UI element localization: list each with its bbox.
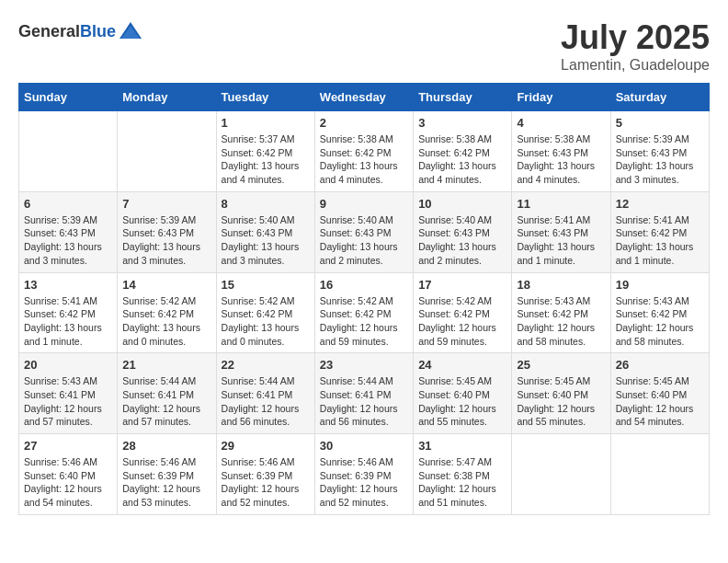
day-number: 19 xyxy=(616,278,704,292)
calendar-day-cell: 12Sunrise: 5:41 AMSunset: 6:42 PMDayligh… xyxy=(610,191,709,272)
calendar-day-cell: 19Sunrise: 5:43 AMSunset: 6:42 PMDayligh… xyxy=(610,272,709,353)
calendar-day-cell: 8Sunrise: 5:40 AMSunset: 6:43 PMDaylight… xyxy=(216,191,314,272)
calendar-day-cell: 29Sunrise: 5:46 AMSunset: 6:39 PMDayligh… xyxy=(216,434,314,515)
calendar-day-cell: 25Sunrise: 5:45 AMSunset: 6:40 PMDayligh… xyxy=(512,353,610,434)
day-info: Sunrise: 5:38 AMSunset: 6:42 PMDaylight:… xyxy=(320,132,408,187)
calendar-header-row: SundayMondayTuesdayWednesdayThursdayFrid… xyxy=(19,84,710,111)
day-number: 27 xyxy=(24,439,112,453)
calendar-day-cell: 20Sunrise: 5:43 AMSunset: 6:41 PMDayligh… xyxy=(19,353,118,434)
day-number: 21 xyxy=(122,358,210,372)
page-header: GeneralBlue July 2025 Lamentin, Guadelou… xyxy=(18,18,710,74)
day-info: Sunrise: 5:46 AMSunset: 6:39 PMDaylight:… xyxy=(122,455,210,510)
day-info: Sunrise: 5:39 AMSunset: 6:43 PMDaylight:… xyxy=(616,132,704,187)
calendar-day-cell: 26Sunrise: 5:45 AMSunset: 6:40 PMDayligh… xyxy=(610,353,709,434)
day-of-week-header: Tuesday xyxy=(216,84,314,111)
calendar-day-cell: 2Sunrise: 5:38 AMSunset: 6:42 PMDaylight… xyxy=(314,111,413,192)
logo-general: General xyxy=(18,22,80,40)
location-subtitle: Lamentin, Guadeloupe xyxy=(561,57,710,74)
day-number: 30 xyxy=(320,439,408,453)
logo-blue: Blue xyxy=(80,22,116,40)
calendar-week-row: 13Sunrise: 5:41 AMSunset: 6:42 PMDayligh… xyxy=(19,272,710,353)
day-number: 31 xyxy=(418,439,506,453)
day-number: 2 xyxy=(320,116,408,130)
calendar-day-cell: 14Sunrise: 5:42 AMSunset: 6:42 PMDayligh… xyxy=(118,272,216,353)
day-number: 20 xyxy=(24,358,112,372)
day-number: 17 xyxy=(418,278,506,292)
calendar-day-cell: 22Sunrise: 5:44 AMSunset: 6:41 PMDayligh… xyxy=(216,353,314,434)
day-number: 4 xyxy=(517,116,605,130)
day-info: Sunrise: 5:42 AMSunset: 6:42 PMDaylight:… xyxy=(320,294,408,349)
day-info: Sunrise: 5:44 AMSunset: 6:41 PMDaylight:… xyxy=(320,374,408,429)
calendar-day-cell: 13Sunrise: 5:41 AMSunset: 6:42 PMDayligh… xyxy=(19,272,118,353)
logo-icon xyxy=(118,18,143,44)
calendar-week-row: 20Sunrise: 5:43 AMSunset: 6:41 PMDayligh… xyxy=(19,353,710,434)
day-info: Sunrise: 5:38 AMSunset: 6:42 PMDaylight:… xyxy=(418,132,506,187)
calendar-day-cell: 17Sunrise: 5:42 AMSunset: 6:42 PMDayligh… xyxy=(414,272,512,353)
day-info: Sunrise: 5:45 AMSunset: 6:40 PMDaylight:… xyxy=(616,374,704,429)
day-info: Sunrise: 5:37 AMSunset: 6:42 PMDaylight:… xyxy=(222,132,310,187)
calendar-day-cell: 3Sunrise: 5:38 AMSunset: 6:42 PMDaylight… xyxy=(414,111,512,192)
day-number: 14 xyxy=(122,278,210,292)
day-info: Sunrise: 5:42 AMSunset: 6:42 PMDaylight:… xyxy=(222,294,310,349)
day-info: Sunrise: 5:44 AMSunset: 6:41 PMDaylight:… xyxy=(222,374,310,429)
day-of-week-header: Wednesday xyxy=(314,84,413,111)
calendar-week-row: 6Sunrise: 5:39 AMSunset: 6:43 PMDaylight… xyxy=(19,191,710,272)
day-info: Sunrise: 5:41 AMSunset: 6:42 PMDaylight:… xyxy=(24,294,112,349)
day-info: Sunrise: 5:41 AMSunset: 6:43 PMDaylight:… xyxy=(517,213,605,268)
day-of-week-header: Monday xyxy=(118,84,216,111)
title-section: July 2025 Lamentin, Guadeloupe xyxy=(561,18,710,74)
day-number: 29 xyxy=(222,439,310,453)
logo: GeneralBlue xyxy=(18,18,143,44)
calendar-day-cell: 10Sunrise: 5:40 AMSunset: 6:43 PMDayligh… xyxy=(414,191,512,272)
day-number: 26 xyxy=(616,358,704,372)
calendar-day-cell: 23Sunrise: 5:44 AMSunset: 6:41 PMDayligh… xyxy=(314,353,413,434)
day-number: 13 xyxy=(24,278,112,292)
day-number: 3 xyxy=(418,116,506,130)
calendar-day-cell xyxy=(610,434,709,515)
day-number: 11 xyxy=(517,197,605,211)
calendar-week-row: 1Sunrise: 5:37 AMSunset: 6:42 PMDaylight… xyxy=(19,111,710,192)
calendar-day-cell: 28Sunrise: 5:46 AMSunset: 6:39 PMDayligh… xyxy=(118,434,216,515)
day-number: 10 xyxy=(418,197,506,211)
day-info: Sunrise: 5:46 AMSunset: 6:39 PMDaylight:… xyxy=(320,455,408,510)
day-number: 7 xyxy=(122,197,210,211)
day-number: 25 xyxy=(517,358,605,372)
day-number: 6 xyxy=(24,197,112,211)
day-info: Sunrise: 5:42 AMSunset: 6:42 PMDaylight:… xyxy=(122,294,210,349)
day-number: 1 xyxy=(222,116,310,130)
day-info: Sunrise: 5:45 AMSunset: 6:40 PMDaylight:… xyxy=(418,374,506,429)
day-of-week-header: Saturday xyxy=(610,84,709,111)
day-info: Sunrise: 5:40 AMSunset: 6:43 PMDaylight:… xyxy=(418,213,506,268)
day-info: Sunrise: 5:43 AMSunset: 6:41 PMDaylight:… xyxy=(24,374,112,429)
day-info: Sunrise: 5:42 AMSunset: 6:42 PMDaylight:… xyxy=(418,294,506,349)
calendar-day-cell: 30Sunrise: 5:46 AMSunset: 6:39 PMDayligh… xyxy=(314,434,413,515)
calendar-day-cell: 16Sunrise: 5:42 AMSunset: 6:42 PMDayligh… xyxy=(314,272,413,353)
day-info: Sunrise: 5:46 AMSunset: 6:39 PMDaylight:… xyxy=(222,455,310,510)
day-info: Sunrise: 5:39 AMSunset: 6:43 PMDaylight:… xyxy=(24,213,112,268)
day-number: 28 xyxy=(122,439,210,453)
calendar-table: SundayMondayTuesdayWednesdayThursdayFrid… xyxy=(18,83,710,515)
day-number: 16 xyxy=(320,278,408,292)
calendar-day-cell: 5Sunrise: 5:39 AMSunset: 6:43 PMDaylight… xyxy=(610,111,709,192)
calendar-day-cell: 6Sunrise: 5:39 AMSunset: 6:43 PMDaylight… xyxy=(19,191,118,272)
calendar-day-cell: 21Sunrise: 5:44 AMSunset: 6:41 PMDayligh… xyxy=(118,353,216,434)
day-number: 23 xyxy=(320,358,408,372)
calendar-day-cell: 1Sunrise: 5:37 AMSunset: 6:42 PMDaylight… xyxy=(216,111,314,192)
calendar-day-cell: 4Sunrise: 5:38 AMSunset: 6:43 PMDaylight… xyxy=(512,111,610,192)
day-info: Sunrise: 5:40 AMSunset: 6:43 PMDaylight:… xyxy=(222,213,310,268)
day-info: Sunrise: 5:43 AMSunset: 6:42 PMDaylight:… xyxy=(517,294,605,349)
calendar-day-cell xyxy=(512,434,610,515)
day-number: 24 xyxy=(418,358,506,372)
day-of-week-header: Thursday xyxy=(414,84,512,111)
day-number: 9 xyxy=(320,197,408,211)
calendar-week-row: 27Sunrise: 5:46 AMSunset: 6:40 PMDayligh… xyxy=(19,434,710,515)
day-of-week-header: Sunday xyxy=(19,84,118,111)
day-info: Sunrise: 5:40 AMSunset: 6:43 PMDaylight:… xyxy=(320,213,408,268)
calendar-day-cell: 27Sunrise: 5:46 AMSunset: 6:40 PMDayligh… xyxy=(19,434,118,515)
calendar-day-cell: 18Sunrise: 5:43 AMSunset: 6:42 PMDayligh… xyxy=(512,272,610,353)
day-info: Sunrise: 5:47 AMSunset: 6:38 PMDaylight:… xyxy=(418,455,506,510)
calendar-day-cell xyxy=(19,111,118,192)
day-info: Sunrise: 5:45 AMSunset: 6:40 PMDaylight:… xyxy=(517,374,605,429)
day-number: 8 xyxy=(222,197,310,211)
day-info: Sunrise: 5:39 AMSunset: 6:43 PMDaylight:… xyxy=(122,213,210,268)
